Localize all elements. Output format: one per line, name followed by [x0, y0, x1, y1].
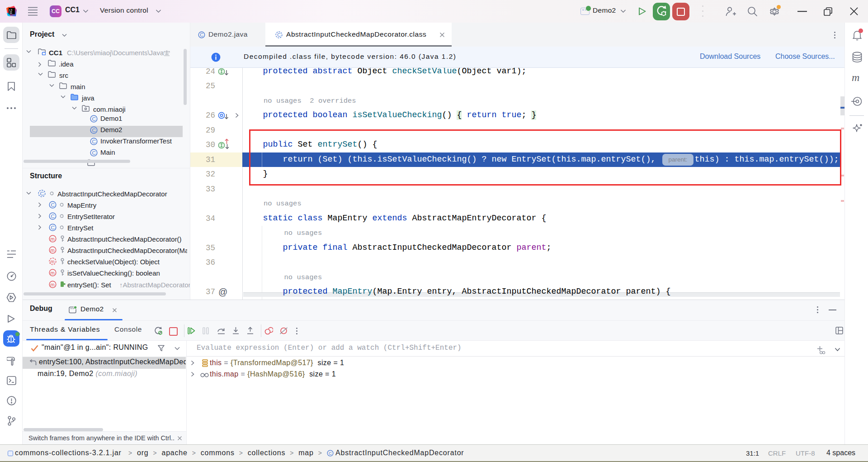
svg-text:C: C	[200, 32, 203, 38]
svg-text:C: C	[92, 139, 96, 144]
svg-text:IJ: IJ	[9, 8, 13, 13]
svg-text:C: C	[277, 32, 281, 38]
svg-text:C: C	[40, 191, 44, 196]
svg-text:m: m	[51, 236, 55, 241]
svg-text:C: C	[92, 116, 96, 122]
svg-text:C: C	[92, 150, 96, 156]
svg-text:C: C	[51, 214, 55, 219]
svg-text:m: m	[51, 247, 55, 252]
svg-text:C: C	[329, 451, 332, 456]
svg-text:m: m	[51, 270, 55, 275]
svg-text:C: C	[51, 225, 55, 230]
svg-text:C: C	[92, 128, 96, 133]
svg-text:C: C	[51, 202, 55, 208]
svg-text:m: m	[51, 258, 55, 264]
svg-text:m: m	[51, 281, 55, 287]
